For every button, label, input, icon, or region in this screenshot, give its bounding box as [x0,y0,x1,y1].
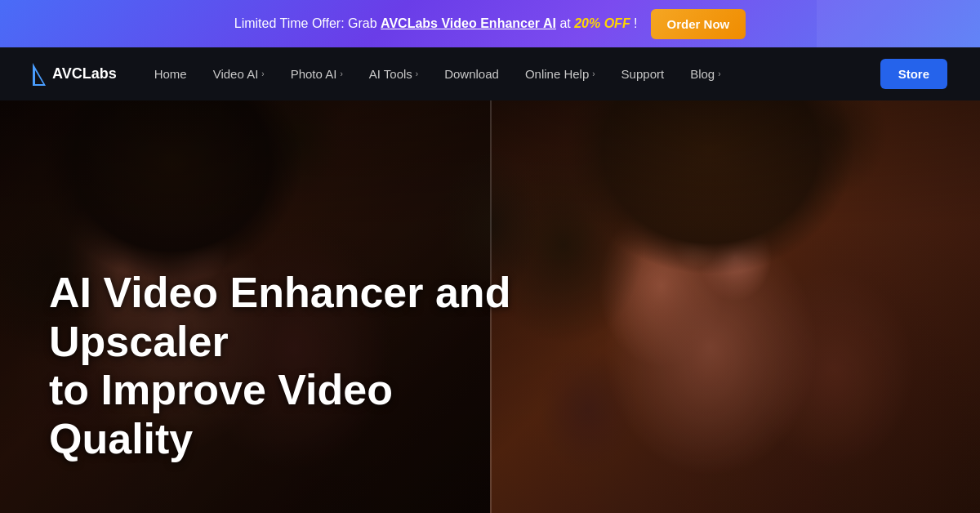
nav-photo-ai[interactable]: Photo AI › [279,60,354,87]
nav-online-help[interactable]: Online Help › [514,60,607,87]
nav-support[interactable]: Support [610,60,676,87]
chevron-down-icon: › [261,69,264,78]
hero-image-after [490,100,980,513]
chevron-down-icon: › [718,69,720,78]
nav-ai-tools[interactable]: AI Tools › [358,60,430,87]
chevron-down-icon: › [340,69,342,78]
nav-download[interactable]: Download [433,60,510,87]
nav-menu: Home Video AI › Photo AI › AI Tools › Do… [143,60,874,87]
hero-section: AI Video Enhancer and Upscaler to Improv… [0,100,980,513]
logo-text: AVCLabs [52,65,117,83]
nav-video-ai[interactable]: Video AI › [202,60,276,87]
store-button[interactable]: Store [880,59,947,89]
nav-home[interactable]: Home [143,60,198,87]
chevron-down-icon: › [592,69,595,78]
hero-content: AI Video Enhancer and Upscaler to Improv… [49,269,539,464]
hero-title: AI Video Enhancer and Upscaler to Improv… [49,269,539,464]
banner-text: Limited Time Offer: Grab AVCLabs Video E… [234,16,638,31]
chevron-down-icon: › [416,69,418,78]
navbar: AVCLabs Home Video AI › Photo AI › AI To… [0,47,980,100]
promo-banner: Limited Time Offer: Grab AVCLabs Video E… [0,0,980,47]
logo-icon [33,63,46,86]
logo-link[interactable]: AVCLabs [33,63,117,86]
nav-blog[interactable]: Blog › [679,60,732,87]
order-now-button[interactable]: Order Now [651,9,746,39]
